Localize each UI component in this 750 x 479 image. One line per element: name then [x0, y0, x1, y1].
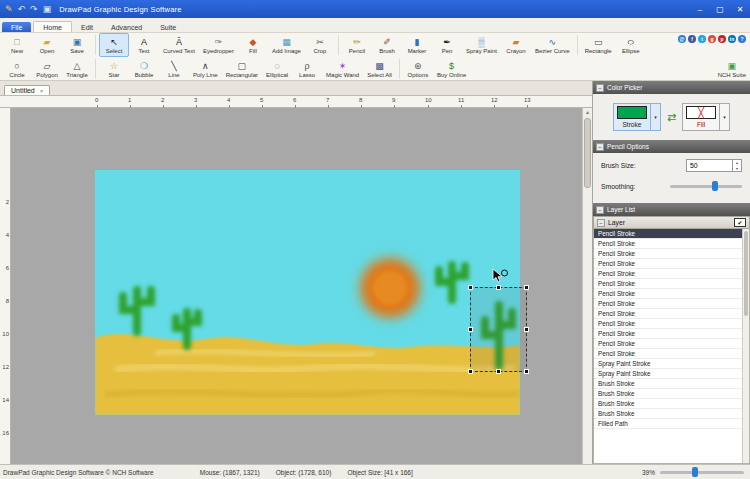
tool-select-all[interactable]: ▩Select All [363, 57, 396, 81]
selection-handle[interactable] [468, 327, 473, 332]
menu-tab-suite[interactable]: Suite [151, 22, 185, 32]
redo-icon[interactable]: ↷ [30, 0, 38, 18]
selection-handle[interactable] [496, 369, 501, 374]
tool-save[interactable]: ▣Save [62, 33, 92, 57]
scrollbar-thumb[interactable] [744, 231, 748, 316]
layer-row[interactable]: Pencil Stroke [594, 329, 749, 339]
tool-rectangular[interactable]: ▢Rectangular [222, 57, 262, 81]
tool-magic-wand[interactable]: ✶Magic Wand [322, 57, 363, 81]
selection-handle[interactable] [496, 285, 501, 290]
quick-save-icon[interactable]: ▣ [43, 0, 52, 18]
brush-size-input[interactable]: 50 ▴ ▾ [686, 159, 742, 172]
tool-nch-suite[interactable]: ▣NCH Suite [714, 57, 750, 81]
layer-row[interactable]: Pencil Stroke [594, 249, 749, 259]
collapse-icon[interactable]: − [596, 206, 604, 214]
pencil-options-header[interactable]: − Pencil Options [593, 140, 750, 153]
tool-ellipse[interactable]: ○Ellipse [616, 33, 646, 57]
tool-options[interactable]: ⊛Options [403, 57, 433, 81]
drawing-canvas[interactable] [95, 170, 520, 415]
slider-thumb[interactable] [712, 181, 718, 191]
share-icon[interactable]: @ [678, 35, 686, 43]
zoom-slider[interactable] [660, 466, 744, 478]
scrollbar-thumb[interactable] [584, 118, 591, 188]
maximize-button[interactable]: ▢ [710, 0, 730, 18]
canvas-vertical-scrollbar[interactable]: ▲ [582, 108, 592, 464]
tool-fill[interactable]: ◆Fill [238, 33, 268, 57]
selection-handle[interactable] [524, 327, 529, 332]
tool-line[interactable]: ╲Line [159, 57, 189, 81]
layer-row[interactable]: Pencil Stroke [594, 299, 749, 309]
color-picker-header[interactable]: − Color Picker [593, 81, 750, 94]
document-tab[interactable]: Untitled × [4, 85, 50, 95]
swap-colors-icon[interactable]: ⇄ [666, 111, 677, 124]
layer-row[interactable]: Filled Path [594, 419, 749, 429]
menu-tab-home[interactable]: Home [33, 21, 72, 32]
layer-row[interactable]: Pencil Stroke [594, 309, 749, 319]
layer-row[interactable]: Pencil Stroke [594, 349, 749, 359]
tool-brush[interactable]: ✐Brush [372, 33, 402, 57]
tool-pen[interactable]: ✒Pen [432, 33, 462, 57]
layer-row[interactable]: Pencil Stroke [594, 289, 749, 299]
tab-close-icon[interactable]: × [40, 88, 44, 94]
facebook-icon[interactable]: f [688, 35, 696, 43]
tool-star[interactable]: ☆Star [99, 57, 129, 81]
pinterest-icon[interactable]: p [718, 35, 726, 43]
layer-list-scrollbar[interactable] [742, 229, 749, 463]
selection-handle[interactable] [468, 285, 473, 290]
tool-circle[interactable]: ○Circle [2, 57, 32, 81]
tool-text[interactable]: AText [129, 33, 159, 57]
tool-open[interactable]: ▰Open [32, 33, 62, 57]
tool-triangle[interactable]: △Triangle [62, 57, 92, 81]
fill-dropdown-icon[interactable]: ▾ [720, 103, 730, 131]
tool-rectangle[interactable]: ▭Rectangle [581, 33, 616, 57]
tool-elliptical[interactable]: ◌Elliptical [262, 57, 292, 81]
collapse-icon[interactable]: − [596, 143, 604, 151]
googleplus-icon[interactable]: g [708, 35, 716, 43]
stroke-dropdown-icon[interactable]: ▾ [651, 103, 661, 131]
spin-down-icon[interactable]: ▾ [733, 166, 741, 172]
selection-rectangle[interactable] [470, 287, 527, 372]
collapse-icon[interactable]: − [597, 219, 605, 227]
app-icon[interactable]: ✎ [5, 0, 13, 18]
slider-track[interactable] [670, 185, 742, 188]
tool-crayon[interactable]: ▰Crayon [501, 33, 531, 57]
minimize-button[interactable]: – [690, 0, 710, 18]
layer-row[interactable]: Pencil Stroke [594, 279, 749, 289]
help-icon[interactable]: ? [738, 35, 746, 43]
tool-bezier-curve[interactable]: ∿Bezier Curve [531, 33, 574, 57]
stroke-color-button[interactable]: Stroke [613, 103, 651, 131]
collapse-icon[interactable]: − [596, 84, 604, 92]
tool-buy-online[interactable]: $Buy Online [433, 57, 470, 81]
tool-bubble[interactable]: ❍Bubble [129, 57, 159, 81]
fill-color-button[interactable]: ╳ Fill [682, 103, 720, 131]
layer-row[interactable]: Brush Stroke [594, 379, 749, 389]
menu-tab-file[interactable]: File [2, 22, 31, 32]
layer-row[interactable]: Pencil Stroke [594, 259, 749, 269]
selection-handle[interactable] [524, 285, 529, 290]
tool-polygon[interactable]: ▱Polygon [32, 57, 62, 81]
undo-icon[interactable]: ↶ [18, 0, 26, 18]
slider-thumb[interactable] [692, 467, 698, 477]
layer-row[interactable]: Brush Stroke [594, 389, 749, 399]
scroll-up-icon[interactable]: ▲ [583, 108, 592, 116]
tool-poly-line[interactable]: ∧Poly Line [189, 57, 222, 81]
layer-row[interactable]: Spray Paint Stroke [594, 359, 749, 369]
layer-list-header[interactable]: − Layer List [593, 203, 750, 216]
tool-curved-text[interactable]: ÂCurved Text [159, 33, 199, 57]
tool-select[interactable]: ↖Select [99, 33, 129, 57]
layer-row[interactable]: Pencil Stroke [594, 269, 749, 279]
layer-row[interactable]: Brush Stroke [594, 399, 749, 409]
selection-handle[interactable] [468, 369, 473, 374]
layer-row[interactable]: Brush Stroke [594, 409, 749, 419]
brush-size-spinner[interactable]: ▴ ▾ [732, 160, 741, 171]
close-button[interactable]: ✕ [730, 0, 750, 18]
tool-eyedropper[interactable]: ✑Eyedropper [199, 33, 238, 57]
tool-pencil[interactable]: ✏Pencil [342, 33, 372, 57]
layer-row[interactable]: Pencil Stroke [594, 339, 749, 349]
selection-handle[interactable] [524, 369, 529, 374]
smoothing-slider[interactable] [670, 180, 742, 192]
tool-lasso[interactable]: ρLasso [292, 57, 322, 81]
layer-row[interactable]: Pencil Stroke [594, 319, 749, 329]
layer-row[interactable]: Pencil Stroke [594, 239, 749, 249]
tool-marker[interactable]: ▮Marker [402, 33, 432, 57]
